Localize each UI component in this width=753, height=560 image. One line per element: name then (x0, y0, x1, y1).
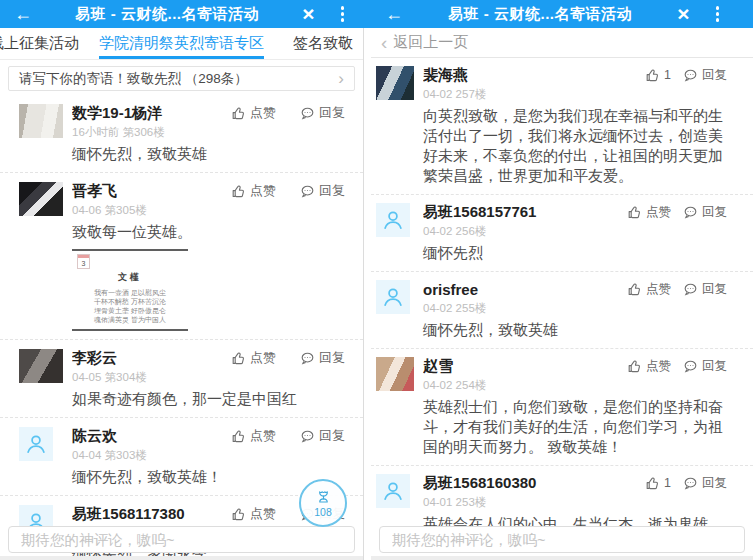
page-title: 易班 - 云财统...名寄语活动 (403, 5, 677, 24)
comment-text: 缅怀先烈，致敬英雄！ (72, 467, 345, 487)
like-button[interactable]: 点赞 (627, 204, 671, 221)
comment-row: 李彩云 点赞 回复 04-05 第304楼 (0, 340, 363, 418)
reply-button[interactable]: 回复 (300, 427, 345, 445)
comment-row: 赵雪 点赞 回复 04-02 254楼 (371, 349, 753, 466)
comment-composer[interactable] (8, 526, 355, 553)
comment-text: 缅怀先烈，致敬英雄 (72, 144, 345, 164)
comment-row: 数学19-1杨洋 点赞 回复 16小时前 第306楼 (0, 95, 363, 173)
avatar[interactable] (19, 349, 63, 383)
tab-signature-tribute[interactable]: 签名致敬 (293, 28, 353, 59)
commenter-name: 裴海燕 (423, 66, 645, 85)
comment-row: 易班1568157761 点赞 回复 04-02 25 (371, 195, 753, 272)
comment-row: orisfree 点赞 回复 04-02 255楼 (371, 272, 753, 349)
comment-meta: 04-02 255楼 (423, 301, 727, 315)
screen: ← 易班 - 云财统...名寄语活动 × 线上征集活动 学院清明祭英烈寄语专区 … (0, 0, 753, 560)
overflow-menu-icon[interactable] (341, 6, 345, 22)
avatar[interactable] (376, 66, 414, 100)
comment-input[interactable] (8, 526, 355, 553)
poem-image-attachment[interactable]: 3 文槿 我有一壶酒 足以慰风尘 千杯不解愁 万杯苦沉沦 埋骨黄土垄 好卧傲昆仑… (72, 249, 188, 331)
person-icon (380, 478, 406, 504)
left-phone-panel: ← 易班 - 云财统...名寄语活动 × 线上征集活动 学院清明祭英烈寄语专区 … (0, 0, 364, 560)
back-arrow-icon[interactable]: ← (371, 0, 403, 28)
default-avatar[interactable] (376, 474, 410, 508)
like-button[interactable]: 1 (645, 476, 671, 491)
tab-qingming-memorial[interactable]: 学院清明祭英烈寄语专区 (99, 28, 264, 59)
commenter-name: 易班1568117380 (72, 505, 231, 524)
page-title: 易班 - 云财统...名寄语活动 (32, 5, 302, 24)
reply-bubble-icon (300, 106, 315, 121)
thumbs-up-icon (231, 507, 246, 522)
chevron-right-icon: › (338, 69, 344, 89)
tab-online-collection[interactable]: 线上征集活动 (0, 28, 79, 59)
like-count: 1 (664, 476, 671, 490)
write-message-banner[interactable]: 请写下你的寄语！致敬先烈 （298条） › (8, 66, 355, 91)
like-button[interactable]: 点赞 (231, 104, 276, 122)
close-icon[interactable]: × (677, 1, 689, 27)
bottom-strip (0, 556, 363, 560)
banner-text: 请写下你的寄语！致敬先烈 （298条） (19, 70, 248, 88)
like-button[interactable]: 点赞 (231, 427, 276, 445)
comment-text: 英雄烈士们，向您们致敬，是您们的坚持和奋斗，才有我们美好的生活，向您们学习，为祖… (423, 397, 727, 457)
default-avatar[interactable] (376, 203, 410, 237)
commenter-name: 李彩云 (72, 349, 231, 368)
comment-meta: 04-01 253楼 (423, 495, 727, 509)
like-button[interactable]: 点赞 (231, 505, 276, 523)
reply-button[interactable]: 回复 (683, 281, 727, 298)
avatar[interactable] (376, 357, 414, 391)
comment-input[interactable] (379, 526, 745, 553)
reply-button[interactable]: 回复 (300, 349, 345, 367)
like-button[interactable]: 点赞 (231, 349, 276, 367)
flower-tribute-badge[interactable]: 108 (299, 479, 347, 527)
overflow-menu-icon[interactable] (716, 6, 720, 22)
avatar[interactable] (19, 104, 63, 138)
thumbs-up-icon (627, 205, 642, 220)
right-panel-body: ‹ 返回上一页 裴海燕 1 (371, 28, 753, 560)
tab-bar: 线上征集活动 学院清明祭英烈寄语专区 签名致敬 (0, 28, 363, 60)
default-avatar[interactable] (376, 280, 410, 314)
back-arrow-icon[interactable]: ← (0, 0, 32, 28)
tribute-count: 108 (314, 506, 332, 518)
back-to-previous-page[interactable]: ‹ 返回上一页 (371, 28, 753, 58)
reply-button[interactable]: 回复 (683, 475, 727, 492)
comment-meta: 04-06 第305楼 (72, 203, 345, 217)
reply-bubble-icon (683, 476, 698, 491)
reply-button[interactable]: 回复 (683, 204, 727, 221)
left-panel-body: 线上征集活动 学院清明祭英烈寄语专区 签名致敬 请写下你的寄语！致敬先烈 （29… (0, 28, 364, 560)
avatar[interactable] (19, 182, 63, 216)
comment-meta: 04-05 第304楼 (72, 370, 345, 384)
commenter-name: 陈云欢 (72, 427, 231, 446)
reply-bubble-icon (683, 282, 698, 297)
reply-bubble-icon (683, 205, 698, 220)
default-avatar[interactable] (19, 427, 53, 461)
like-button[interactable]: 点赞 (627, 358, 671, 375)
flower-icon (314, 489, 333, 506)
comment-meta: 04-02 254楼 (423, 378, 727, 392)
close-icon[interactable]: × (302, 1, 314, 27)
right-app-bar: ← 易班 - 云财统...名寄语活动 × (371, 0, 753, 28)
bottom-strip (371, 556, 753, 560)
comment-text: 缅怀先烈，致敬英雄 (423, 320, 727, 340)
back-label: 返回上一页 (393, 33, 468, 52)
reply-bubble-icon (300, 351, 315, 366)
commenter-name: 易班1568160380 (423, 474, 645, 493)
comment-row: 裴海燕 1 回复 04-02 257楼 (371, 58, 753, 195)
commenter-name: 晋孝飞 (72, 182, 231, 201)
like-button[interactable]: 1 (645, 68, 671, 83)
reply-button[interactable]: 回复 (300, 182, 345, 200)
reply-button[interactable]: 回复 (300, 104, 345, 122)
person-icon (23, 431, 49, 457)
reply-bubble-icon (300, 184, 315, 199)
thumbs-up-icon (231, 184, 246, 199)
comment-meta: 04-02 257楼 (423, 87, 727, 101)
thumbs-up-icon (627, 359, 642, 374)
comment-text: 缅怀先烈 (423, 243, 727, 263)
commenter-name: 易班1568157761 (423, 203, 627, 222)
reply-bubble-icon (300, 429, 315, 444)
like-button[interactable]: 点赞 (231, 182, 276, 200)
reply-button[interactable]: 回复 (683, 67, 727, 84)
like-button[interactable]: 点赞 (627, 281, 671, 298)
thumbs-up-icon (627, 282, 642, 297)
comment-composer[interactable] (379, 526, 745, 553)
comment-text: 如果奇迹有颜色，那一定是中国红 (72, 389, 345, 409)
reply-button[interactable]: 回复 (683, 358, 727, 375)
